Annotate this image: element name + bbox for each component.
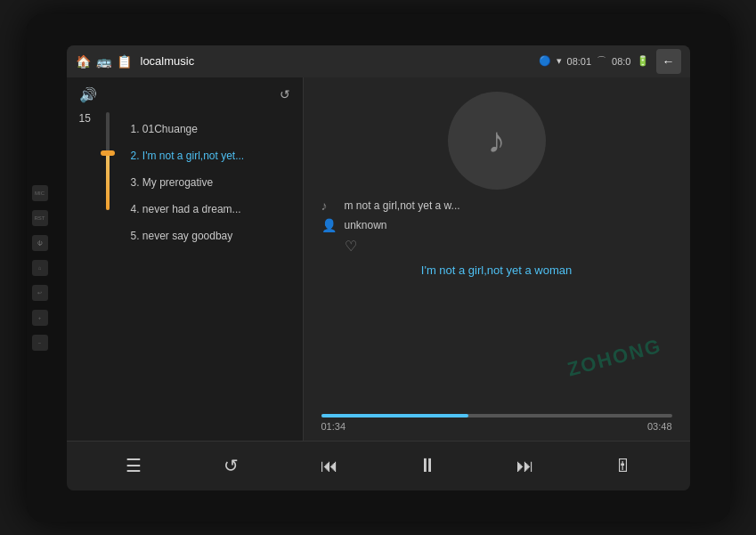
playlist-panel: 🔊 ↺ 15 1. 01Chuange xyxy=(67,77,303,441)
total-time: 03:48 xyxy=(647,421,672,432)
signal-level: 08:0 xyxy=(612,56,630,67)
status-icons: 🏠 🚌 📋 localmusic xyxy=(76,54,195,69)
status-right: 🔵 ▾ 08:01 ⌒ 08:0 🔋 xyxy=(539,54,649,68)
wifi-icon: ▾ xyxy=(557,55,562,67)
next-button[interactable]: ⏭ xyxy=(506,446,545,485)
mic-button[interactable]: MIC xyxy=(32,185,48,201)
prev-icon: ⏮ xyxy=(321,456,338,476)
song-title-marquee: I'm not a girl,not yet a woman xyxy=(321,263,672,277)
play-pause-icon: ⏸ xyxy=(418,454,437,477)
play-pause-button[interactable]: ⏸ xyxy=(408,446,447,485)
nowplaying-panel: ♪ ♪ m not a girl,not yet a w... 👤 unknow… xyxy=(304,77,690,441)
car-unit: MIC RST ⏻ ⌂ ↩ + − 🏠 🚌 📋 localmusic xyxy=(27,14,730,522)
progress-times: 01:34 03:48 xyxy=(321,421,672,432)
artist-icon: 👤 xyxy=(321,218,337,232)
refresh-icon[interactable]: ↺ xyxy=(280,87,290,101)
volume-thumb[interactable] xyxy=(101,150,115,156)
volume-fill xyxy=(106,151,110,210)
artist-row: 👤 unknown xyxy=(321,218,672,232)
song-title-row: ♪ m not a girl,not yet a w... xyxy=(321,199,672,213)
playlist-item-3[interactable]: 3. My prerogative xyxy=(118,169,290,196)
status-bar: 🏠 🚌 📋 localmusic 🔵 ▾ 08:01 ⌒ 08:0 🔋 ← xyxy=(67,45,690,77)
song-info: ♪ m not a girl,not yet a w... 👤 unknown … xyxy=(321,199,672,255)
playlist-item-1[interactable]: 1. 01Chuange xyxy=(118,116,290,142)
home-icon: 🏠 xyxy=(76,54,91,69)
album-art: ♪ xyxy=(448,92,546,190)
playlist-icon: ☰ xyxy=(126,455,142,476)
playlist-toggle-button[interactable]: ☰ xyxy=(114,446,153,485)
playlist-item-2[interactable]: 2. I'm not a girl,not yet... xyxy=(118,142,290,169)
app-name: localmusic xyxy=(141,54,195,68)
bluetooth-icon: 🔵 xyxy=(539,55,551,67)
repeat-button[interactable]: ↺ xyxy=(212,446,251,485)
volume-speaker-icon: 🔊 xyxy=(79,86,97,103)
favorite-button[interactable]: ♡ xyxy=(345,238,672,255)
screen: 🏠 🚌 📋 localmusic 🔵 ▾ 08:01 ⌒ 08:0 🔋 ← 🔊 xyxy=(67,45,690,490)
volume-track xyxy=(106,112,110,210)
next-icon: ⏭ xyxy=(516,456,534,476)
repeat-icon: ↺ xyxy=(224,455,239,476)
home-button[interactable]: ⌂ xyxy=(32,260,48,276)
previous-button[interactable]: ⏮ xyxy=(310,446,349,485)
progress-section: 01:34 03:48 xyxy=(321,414,672,432)
navigation-back-button[interactable]: ← xyxy=(656,49,681,74)
rst-button[interactable]: RST xyxy=(32,210,48,226)
music-title-icon: ♪ xyxy=(321,199,337,213)
progress-fill xyxy=(321,414,468,417)
volume-up-button[interactable]: + xyxy=(32,310,48,326)
main-content: 🔊 ↺ 15 1. 01Chuange xyxy=(67,77,690,441)
controls-bar: ☰ ↺ ⏮ ⏸ ⏭ 🎚 xyxy=(67,441,690,490)
playlist-item-5[interactable]: 5. never say goodbay xyxy=(118,223,290,249)
volume-level: 15 xyxy=(79,112,97,125)
equalizer-button[interactable]: 🎚 xyxy=(604,446,643,485)
volume-slider[interactable] xyxy=(106,112,110,219)
left-buttons: MIC RST ⏻ ⌂ ↩ + − xyxy=(32,185,48,351)
watermark: ZOHONG xyxy=(565,334,664,381)
playlist-header: 🔊 ↺ xyxy=(67,77,303,109)
car-icon: 🚌 xyxy=(96,54,111,69)
power-button[interactable]: ⏻ xyxy=(32,235,48,251)
progress-bar[interactable] xyxy=(321,414,672,417)
artist-name: unknown xyxy=(345,219,387,231)
music-note-icon: ♪ xyxy=(488,120,506,160)
clipboard-icon: 📋 xyxy=(117,54,132,69)
playlist: 1. 01Chuange 2. I'm not a girl,not yet..… xyxy=(118,112,290,253)
current-time: 01:34 xyxy=(321,421,346,432)
clock: 08:01 xyxy=(567,56,592,67)
signal-icon: ⌒ xyxy=(597,54,606,68)
volume-section: 15 1. 01Chuange 2. I'm not a girl,not ye… xyxy=(67,109,303,256)
back-button[interactable]: ↩ xyxy=(32,285,48,301)
playlist-item-4[interactable]: 4. never had a dream... xyxy=(118,196,290,223)
volume-down-button[interactable]: − xyxy=(32,335,48,351)
battery-icon: 🔋 xyxy=(637,55,649,67)
equalizer-icon: 🎚 xyxy=(614,456,632,476)
song-title: m not a girl,not yet a w... xyxy=(345,199,460,212)
